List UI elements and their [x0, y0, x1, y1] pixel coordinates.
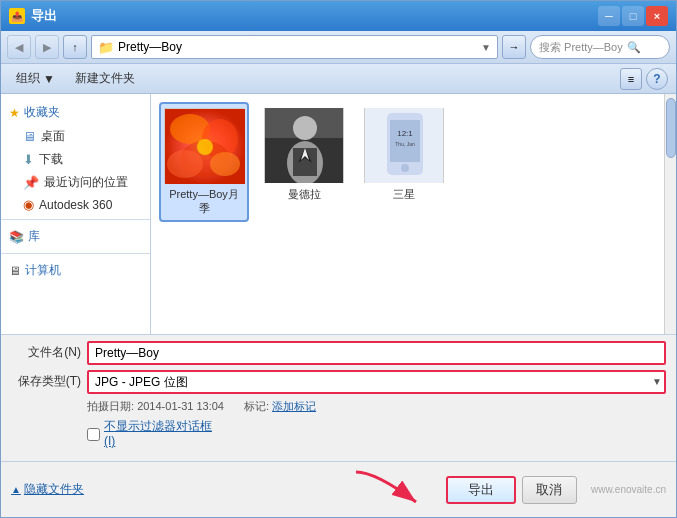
file-thumbnail-3: 12:1 Thu, Jan: [364, 108, 444, 183]
main-window: 📤 导出 ─ □ × ◀ ▶ ↑ 📁 Pretty—Boy ▼ → 搜索 Pre…: [0, 0, 677, 518]
svg-text:Thu, Jan: Thu, Jan: [395, 141, 415, 147]
export-button[interactable]: 导出: [446, 476, 516, 504]
favorites-label: 收藏夹: [24, 104, 60, 121]
recent-icon: 📌: [23, 175, 39, 190]
toggle-label: 隐藏文件夹: [24, 481, 84, 498]
download-label: 下载: [39, 151, 63, 168]
window-title: 导出: [31, 7, 57, 25]
computer-label: 计算机: [25, 262, 61, 279]
footer-area: ▲ 隐藏文件夹 导出 取消 www.enovaite.cn: [1, 461, 676, 517]
file-thumbnail-2: [264, 108, 344, 183]
checkbox-row: 不显示过滤器对话框(I): [11, 419, 666, 450]
filename-row: 文件名(N): [11, 341, 666, 365]
main-area: ★ 收藏夹 🖥 桌面 ⬇ 下载 📌 最近访问的位置 ◉ Autodesk: [1, 94, 676, 334]
computer-icon: 🖥: [9, 264, 21, 278]
toggle-icon: ▲: [11, 484, 21, 495]
organize-dropdown-icon: ▼: [43, 72, 55, 86]
tag-value: 添加标记: [272, 400, 316, 412]
computer-section: 🖥 计算机: [1, 258, 150, 283]
close-button[interactable]: ×: [646, 6, 668, 26]
filetype-label: 保存类型(T): [11, 373, 81, 390]
library-header[interactable]: 📚 库: [1, 224, 150, 249]
cancel-button[interactable]: 取消: [522, 476, 577, 504]
watermark: www.enovaite.cn: [591, 484, 666, 495]
filetype-row: 保存类型(T) JPG - JPEG 位图 PNG - 可移植网络图形 BMP …: [11, 370, 666, 394]
file-label-1: Pretty—Boy月季: [165, 187, 243, 216]
library-section: 📚 库: [1, 224, 150, 249]
cancel-label: 取消: [536, 481, 562, 499]
form-meta-row: 拍摄日期: 2014-01-31 13:04 标记: 添加标记: [11, 399, 666, 414]
filter-checkbox[interactable]: [87, 428, 100, 441]
autodesk-label: Autodesk 360: [39, 198, 112, 212]
desktop-icon: 🖥: [23, 129, 36, 144]
autodesk-icon: ◉: [23, 197, 34, 212]
help-button[interactable]: ?: [646, 68, 668, 90]
file-area: Pretty—Boy月季: [151, 94, 676, 334]
file-item-1[interactable]: Pretty—Boy月季: [159, 102, 249, 222]
folder-icon: 📁: [98, 40, 114, 55]
arrow-annotation: [346, 467, 436, 512]
back-button[interactable]: ◀: [7, 35, 31, 59]
sidebar-divider-2: [1, 253, 150, 254]
svg-point-4: [210, 152, 240, 176]
desktop-label: 桌面: [41, 128, 65, 145]
svg-point-5: [167, 150, 203, 178]
star-icon: ★: [9, 106, 20, 120]
tag-label: 标记:: [244, 400, 269, 412]
computer-header[interactable]: 🖥 计算机: [1, 258, 150, 283]
sidebar-item-recent[interactable]: 📌 最近访问的位置: [1, 171, 150, 194]
library-label: 库: [28, 228, 40, 245]
export-label: 导出: [468, 481, 494, 499]
maximize-button[interactable]: □: [622, 6, 644, 26]
view-button[interactable]: ≡: [620, 68, 642, 90]
path-text: Pretty—Boy: [118, 40, 477, 54]
svg-text:12:1: 12:1: [397, 129, 413, 138]
organize-label: 组织: [16, 70, 40, 87]
search-placeholder: 搜索 Pretty—Boy: [539, 40, 623, 55]
address-bar-area: ◀ ▶ ↑ 📁 Pretty—Boy ▼ → 搜索 Pretty—Boy 🔍: [1, 31, 676, 64]
svg-point-6: [197, 139, 213, 155]
filename-input-wrapper: [87, 341, 666, 365]
filename-label: 文件名(N): [11, 344, 81, 361]
scrollbar-track: [664, 94, 676, 334]
recent-label: 最近访问的位置: [44, 174, 128, 191]
file-label-2: 曼德拉: [288, 187, 321, 201]
file-label-3: 三星: [393, 187, 415, 201]
filter-checkbox-label[interactable]: 不显示过滤器对话框(I): [104, 419, 212, 450]
favorites-section: ★ 收藏夹 🖥 桌面 ⬇ 下载 📌 最近访问的位置 ◉ Autodesk: [1, 100, 150, 215]
bottom-area: 文件名(N) 保存类型(T) JPG - JPEG 位图 PNG - 可移植网络…: [1, 334, 676, 461]
favorites-header[interactable]: ★ 收藏夹: [1, 100, 150, 125]
hide-folder-toggle[interactable]: ▲ 隐藏文件夹: [11, 481, 84, 498]
sidebar-item-autodesk[interactable]: ◉ Autodesk 360: [1, 194, 150, 215]
file-grid: Pretty—Boy月季: [159, 102, 658, 222]
file-item-2[interactable]: 曼德拉: [259, 102, 349, 222]
filetype-select[interactable]: JPG - JPEG 位图 PNG - 可移植网络图形 BMP - Window…: [87, 370, 666, 394]
forward-button[interactable]: ▶: [35, 35, 59, 59]
date-meta: 拍摄日期: 2014-01-31 13:04: [87, 399, 224, 414]
address-go-button[interactable]: →: [502, 35, 526, 59]
sidebar-divider-1: [1, 219, 150, 220]
svg-point-9: [293, 116, 317, 140]
date-value: 2014-01-31 13:04: [137, 400, 224, 412]
svg-point-20: [401, 164, 409, 172]
date-label: 拍摄日期:: [87, 400, 137, 412]
title-bar: 📤 导出 ─ □ ×: [1, 1, 676, 31]
file-thumbnail-1: [164, 108, 244, 183]
window-icon: 📤: [9, 8, 25, 24]
toolbar: 组织 ▼ 新建文件夹 ≡ ?: [1, 64, 676, 94]
new-folder-button[interactable]: 新建文件夹: [68, 67, 142, 90]
sidebar-item-download[interactable]: ⬇ 下载: [1, 148, 150, 171]
sidebar: ★ 收藏夹 🖥 桌面 ⬇ 下载 📌 最近访问的位置 ◉ Autodesk: [1, 94, 151, 334]
minimize-button[interactable]: ─: [598, 6, 620, 26]
search-box[interactable]: 搜索 Pretty—Boy 🔍: [530, 35, 670, 59]
address-path[interactable]: 📁 Pretty—Boy ▼: [91, 35, 498, 59]
path-dropdown-arrow[interactable]: ▼: [481, 42, 491, 53]
library-folder-icon: 📚: [9, 230, 24, 244]
filename-input[interactable]: [87, 341, 666, 365]
organize-button[interactable]: 组织 ▼: [9, 67, 62, 90]
scrollbar-thumb[interactable]: [666, 98, 676, 158]
up-button[interactable]: ↑: [63, 35, 87, 59]
search-icon: 🔍: [627, 41, 641, 54]
file-item-3[interactable]: 12:1 Thu, Jan 三星: [359, 102, 449, 222]
sidebar-item-desktop[interactable]: 🖥 桌面: [1, 125, 150, 148]
